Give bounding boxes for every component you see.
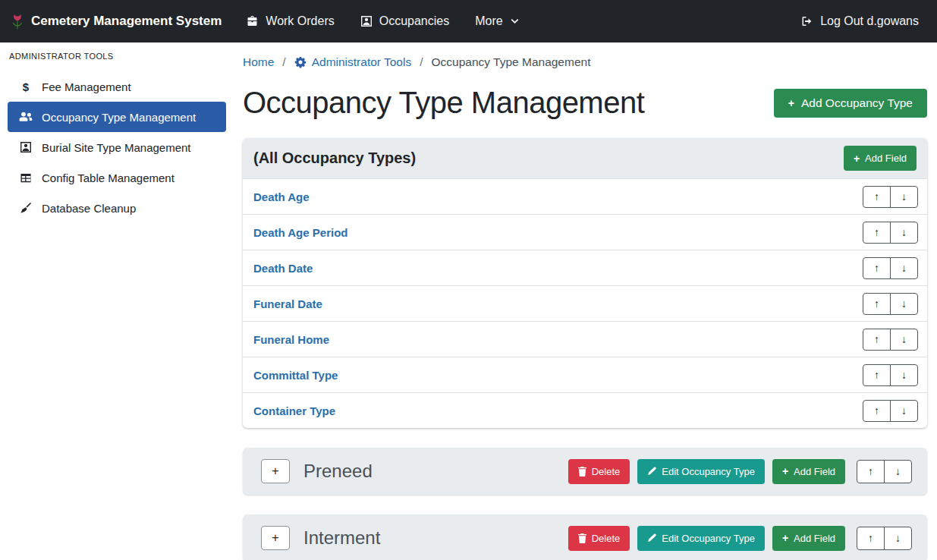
nav-more-label: More [475,14,502,28]
delete-button[interactable]: Delete [568,459,630,484]
reorder-group: ↑ ↓ [863,329,918,351]
nav-occupancies[interactable]: Occupancies [360,14,450,28]
field-link-death-age[interactable]: Death Age [253,190,310,203]
reorder-group: ↑ ↓ [857,460,912,483]
occupancy-type-name: Preneed [303,461,373,482]
breadcrumb: Home / Administrator Tools / Occupancy T… [243,55,927,69]
occupancy-type-name: Interment [303,527,380,549]
reorder-group: ↑ ↓ [863,186,918,208]
reorder-group: ↑ ↓ [863,257,918,279]
field-link-funeral-date[interactable]: Funeral Date [253,297,322,310]
all-occupancy-types-title: (All Occupancy Types) [253,149,416,167]
sidebar-item-label: Database Cleanup [42,202,136,215]
broom-icon [17,202,35,214]
move-down-button[interactable]: ↓ [890,329,918,351]
pencil-icon [647,467,656,476]
field-row: Death Age Period ↑ ↓ [243,214,927,250]
move-down-button[interactable]: ↓ [884,527,912,550]
expand-button[interactable]: + [261,526,290,550]
trash-icon [578,467,586,477]
sidebar-item-label: Burial Site Type Management [42,141,191,154]
sidebar-item-label: Occupancy Type Management [42,111,196,124]
delete-label: Delete [592,466,621,477]
move-down-button[interactable]: ↓ [890,257,918,279]
move-down-button[interactable]: ↓ [890,400,918,422]
sidebar-item-label: Fee Management [42,80,131,93]
field-row: Funeral Date ↑ ↓ [243,285,927,321]
reorder-group: ↑ ↓ [863,293,918,315]
all-occupancy-types-card: (All Occupancy Types) + Add Field Death … [243,138,927,428]
breadcrumb-home[interactable]: Home [243,55,274,69]
title-row: Occupancy Type Management + Add Occupanc… [243,86,927,120]
move-down-button[interactable]: ↓ [890,186,918,208]
edit-occupancy-type-label: Edit Occupancy Type [662,466,755,477]
field-link-death-age-period[interactable]: Death Age Period [253,226,347,239]
add-field-button[interactable]: + Add Field [772,526,845,551]
brand[interactable]: Cemetery Management System [11,13,222,30]
page-layout: Administrator Tools $ Fee Management Occ… [0,42,937,560]
pencil-icon [647,533,656,543]
field-row: Death Date ↑ ↓ [243,250,927,285]
panel-actions: Delete Edit Occupancy Type + Add Field ↑… [568,459,912,484]
person-square-icon [17,141,35,153]
logout-link[interactable]: Log Out d.gowans [800,14,919,28]
field-row: Death Age ↑ ↓ [243,178,927,214]
users-icon [17,112,35,122]
move-up-button[interactable]: ↑ [857,460,885,483]
field-row: Committal Type ↑ ↓ [243,357,927,392]
nav-more[interactable]: More [475,14,519,28]
occupancy-type-panel-preneed: + Preneed Delete Edit Occupancy Type + [243,448,927,495]
add-field-label: Add Field [794,533,835,544]
move-down-button[interactable]: ↓ [884,460,912,483]
top-navbar: Cemetery Management System Work Orders O… [0,0,937,42]
field-link-funeral-home[interactable]: Funeral Home [253,333,329,346]
reorder-group: ↑ ↓ [863,364,918,386]
nav-work-orders-label: Work Orders [266,14,334,28]
move-up-button[interactable]: ↑ [863,400,891,422]
move-up-button[interactable]: ↑ [863,222,891,244]
sidebar-item-occupancy-type-management[interactable]: Occupancy Type Management [8,102,226,132]
add-field-button[interactable]: + Add Field [844,146,917,171]
add-field-button[interactable]: + Add Field [772,459,845,484]
move-down-button[interactable]: ↓ [890,364,918,386]
sidebar-item-burial-site-type-management[interactable]: Burial Site Type Management [8,132,226,162]
expand-button[interactable]: + [261,459,290,483]
page-title: Occupancy Type Management [243,86,644,120]
move-up-button[interactable]: ↑ [863,329,891,351]
sidebar-item-config-table-management[interactable]: Config Table Management [8,162,226,193]
breadcrumb-administrator-tools[interactable]: Administrator Tools [294,55,412,69]
field-link-death-date[interactable]: Death Date [253,262,313,275]
move-up-button[interactable]: ↑ [863,257,891,279]
add-occupancy-type-button[interactable]: + Add Occupancy Type [774,89,927,118]
reorder-group: ↑ ↓ [863,400,918,422]
occupancies-icon [360,15,373,27]
field-link-container-type[interactable]: Container Type [253,404,335,417]
nav-work-orders[interactable]: Work Orders [246,14,334,28]
reorder-group: ↑ ↓ [863,222,918,244]
table-icon [17,172,35,184]
sidebar-item-label: Config Table Management [42,171,175,184]
sidebar-item-database-cleanup[interactable]: Database Cleanup [8,193,226,223]
edit-occupancy-type-label: Edit Occupancy Type [662,533,755,544]
move-up-button[interactable]: ↑ [863,293,891,315]
work-orders-icon [246,15,259,27]
move-down-button[interactable]: ↓ [890,222,918,244]
sidebar-item-fee-management[interactable]: $ Fee Management [8,71,226,102]
move-up-button[interactable]: ↑ [863,364,891,386]
field-link-committal-type[interactable]: Committal Type [253,369,338,382]
reorder-group: ↑ ↓ [857,527,912,550]
admin-tools-sidebar: Administrator Tools $ Fee Management Occ… [0,42,234,560]
delete-button[interactable]: Delete [568,526,630,551]
breadcrumb-separator: / [274,55,294,69]
move-up-button[interactable]: ↑ [857,527,885,550]
occupancy-type-panel-interment: + Interment Delete Edit Occupancy Type + [243,514,927,560]
move-up-button[interactable]: ↑ [863,186,891,208]
breadcrumb-separator: / [411,55,431,69]
edit-occupancy-type-button[interactable]: Edit Occupancy Type [637,526,765,551]
add-field-label: Add Field [865,153,907,164]
field-row: Funeral Home ↑ ↓ [243,321,927,357]
plus-icon: + [782,533,788,543]
delete-label: Delete [592,533,621,544]
edit-occupancy-type-button[interactable]: Edit Occupancy Type [637,459,765,484]
move-down-button[interactable]: ↓ [890,293,918,315]
